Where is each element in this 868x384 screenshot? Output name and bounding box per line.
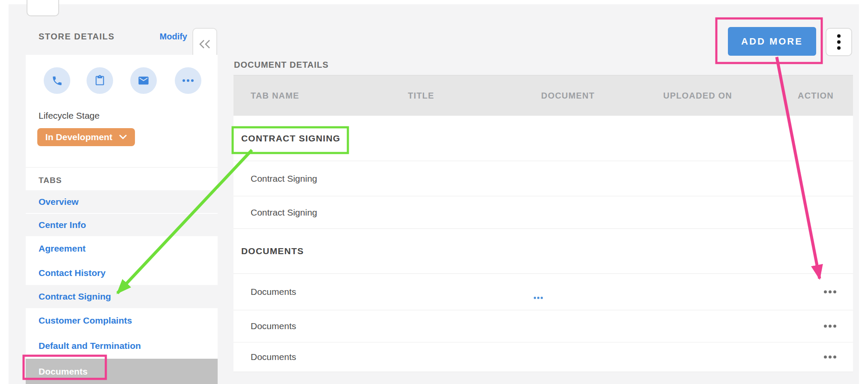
tab-name-cell: Documents bbox=[251, 287, 296, 297]
page: STORE DETAILS Modify Lifecycle Stage bbox=[0, 0, 868, 384]
tab-name-cell: Contract Signing bbox=[251, 174, 317, 184]
tasks-button[interactable] bbox=[87, 67, 113, 94]
ellipsis-icon bbox=[824, 356, 836, 359]
tab-label: Contract Signing bbox=[39, 291, 111, 302]
table-row: Contract Signing bbox=[233, 196, 853, 228]
add-more-button[interactable]: ADD MORE bbox=[728, 27, 816, 56]
double-chevron-left-icon bbox=[198, 39, 211, 49]
row-actions-button[interactable] bbox=[821, 322, 839, 330]
table-group-row: CONTRACT SIGNING bbox=[233, 116, 853, 161]
sidebar-tab-default-and-termination[interactable]: Default and Termination bbox=[26, 333, 218, 359]
tab-name-cell: Documents bbox=[251, 321, 296, 331]
store-details-panel: Lifecycle Stage In Development TABS Over… bbox=[26, 55, 218, 384]
modify-link[interactable]: Modify bbox=[160, 32, 187, 42]
tabs-section-label: TABS bbox=[39, 176, 62, 185]
tab-label: Contact History bbox=[39, 268, 105, 278]
tab-label: Center Info bbox=[39, 220, 86, 230]
column-header-document: DOCUMENT bbox=[541, 91, 595, 101]
section-title: DOCUMENT DETAILS bbox=[234, 60, 329, 70]
sidebar-title: STORE DETAILS bbox=[39, 32, 115, 42]
lifecycle-stage-value: In Development bbox=[45, 132, 112, 142]
sidebar-header: STORE DETAILS Modify bbox=[26, 32, 192, 42]
ellipsis-icon bbox=[183, 79, 194, 82]
page-menu-button[interactable] bbox=[826, 28, 852, 56]
ellipsis-icon bbox=[824, 325, 836, 328]
ellipsis-icon bbox=[534, 297, 536, 299]
tab-name-cell: Documents bbox=[251, 352, 296, 362]
tab-label: Default and Termination bbox=[39, 341, 141, 351]
ellipsis-icon bbox=[824, 291, 836, 294]
clipboard-icon bbox=[94, 75, 105, 86]
table-row: Contract Signing bbox=[233, 161, 853, 196]
row-actions-button[interactable] bbox=[821, 288, 839, 296]
sidebar-tab-documents[interactable]: Documents bbox=[26, 359, 218, 384]
sidebar-tab-contract-signing[interactable]: Contract Signing bbox=[26, 285, 218, 308]
table-header-row: TAB NAME TITLE DOCUMENT UPLOADED ON ACTI… bbox=[233, 75, 853, 116]
sidebar-tab-agreement[interactable]: Agreement bbox=[26, 236, 218, 261]
chevron-down-icon bbox=[119, 135, 127, 140]
partial-top-tab[interactable] bbox=[27, 0, 59, 16]
more-actions-button[interactable] bbox=[175, 67, 201, 94]
lifecycle-stage-label: Lifecycle Stage bbox=[39, 111, 99, 121]
kebab-menu-icon bbox=[837, 34, 841, 38]
tab-label: Agreement bbox=[39, 243, 86, 254]
sidebar-tab-center-info[interactable]: Center Info bbox=[26, 213, 218, 236]
table-row: Documents bbox=[233, 310, 853, 342]
tab-label: Overview bbox=[39, 197, 78, 207]
tab-name-cell: Contract Signing bbox=[251, 207, 317, 218]
column-header-action: ACTION bbox=[798, 91, 834, 101]
column-header-uploaded-on: UPLOADED ON bbox=[663, 91, 732, 101]
group-header-contract-signing: CONTRACT SIGNING bbox=[241, 133, 341, 144]
document-details-table: TAB NAME TITLE DOCUMENT UPLOADED ON ACTI… bbox=[233, 75, 853, 372]
tab-label: Customer Complaints bbox=[39, 315, 132, 326]
table-row: Documents bbox=[233, 273, 853, 310]
table-group-row: DOCUMENTS bbox=[233, 228, 853, 273]
column-header-tab-name: TAB NAME bbox=[251, 91, 299, 101]
email-button[interactable] bbox=[130, 67, 157, 94]
sidebar-tab-customer-complaints[interactable]: Customer Complaints bbox=[26, 308, 218, 333]
sidebar-tab-overview[interactable]: Overview bbox=[26, 190, 218, 213]
sidebar-tab-list: Overview Center Info Agreement Contact H… bbox=[26, 190, 218, 384]
mail-icon bbox=[138, 75, 150, 87]
document-more-link[interactable] bbox=[532, 295, 545, 301]
call-button[interactable] bbox=[44, 67, 70, 94]
row-actions-button[interactable] bbox=[821, 353, 839, 361]
lifecycle-stage-dropdown[interactable]: In Development bbox=[37, 128, 135, 146]
table-row: Documents bbox=[233, 342, 853, 372]
divider bbox=[26, 167, 218, 168]
sidebar-tab-contact-history[interactable]: Contact History bbox=[26, 261, 218, 285]
phone-icon bbox=[51, 75, 63, 87]
column-header-title: TITLE bbox=[408, 91, 434, 101]
tab-label: Documents bbox=[39, 366, 87, 377]
group-header-documents: DOCUMENTS bbox=[241, 246, 304, 256]
